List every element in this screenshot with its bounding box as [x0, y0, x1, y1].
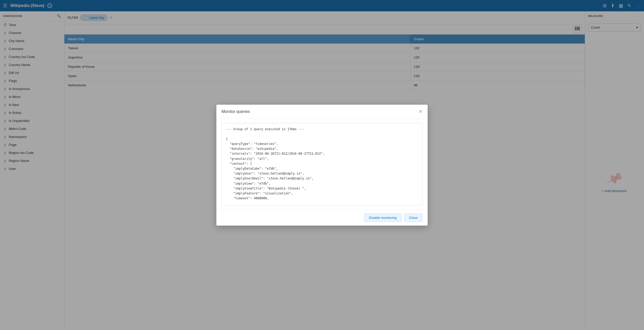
modal-body: --- Group of 1 query executed in 176ms -… [216, 119, 428, 210]
modal-header: Monitor queries ✕ [216, 105, 428, 119]
modal-overlay[interactable]: Monitor queries ✕ --- Group of 1 query e… [0, 0, 644, 330]
close-button[interactable]: Close [404, 213, 422, 222]
modal-title: Monitor queries [222, 109, 250, 114]
modal-footer: Disable monitoring Close [216, 210, 428, 226]
disable-monitoring-button[interactable]: Disable monitoring [364, 213, 402, 222]
monitor-queries-modal: Monitor queries ✕ --- Group of 1 query e… [216, 105, 428, 226]
query-text-area[interactable]: --- Group of 1 query executed in 176ms -… [222, 123, 422, 205]
modal-close-button[interactable]: ✕ [419, 109, 422, 114]
